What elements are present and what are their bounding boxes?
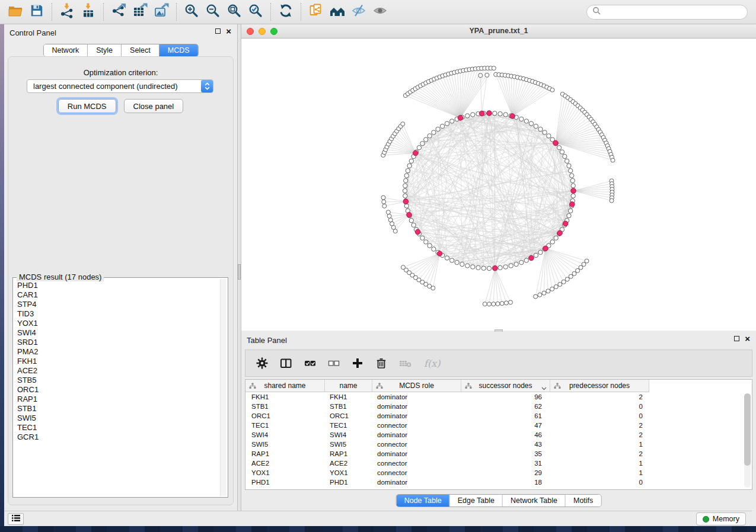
- tab-motifs[interactable]: Motifs: [566, 495, 601, 507]
- function-builder-icon-disabled: f(x): [424, 358, 440, 369]
- tab-style[interactable]: Style: [88, 44, 122, 56]
- tab-network[interactable]: Network: [43, 44, 88, 56]
- table-cell: ORC1: [245, 411, 325, 421]
- search-input[interactable]: [604, 6, 747, 18]
- import-network-icon: [59, 3, 75, 21]
- search-icon: [592, 7, 601, 17]
- mcds-result-item[interactable]: RAP1: [14, 395, 219, 404]
- float-panel-icon[interactable]: [734, 336, 739, 341]
- search-field[interactable]: [586, 5, 748, 20]
- mcds-result-item[interactable]: STP4: [14, 300, 219, 309]
- run-mcds-button[interactable]: Run MCDS: [58, 99, 116, 113]
- table-cell: connector: [372, 468, 461, 477]
- show-all-button[interactable]: [369, 2, 391, 22]
- mcds-result-item[interactable]: PHD1: [14, 281, 219, 290]
- table-cell: 62: [461, 402, 550, 411]
- mcds-result-item[interactable]: GCR1: [14, 432, 219, 442]
- mcds-result-item[interactable]: TEC1: [14, 423, 219, 432]
- table-cell: TEC1: [245, 421, 325, 430]
- column-header-name[interactable]: name: [325, 380, 372, 392]
- network-window-title: YPA_prune.txt_1: [241, 27, 756, 35]
- close-panel-icon[interactable]: ×: [745, 336, 750, 341]
- import-network-button[interactable]: [56, 2, 78, 22]
- table-row[interactable]: FKH1FKH1dominator962: [245, 392, 752, 402]
- vertical-splitter[interactable]: [237, 24, 241, 511]
- zoom-selected-button[interactable]: [245, 2, 266, 22]
- tab-mcds[interactable]: MCDS: [160, 44, 198, 56]
- mcds-result-item[interactable]: TID3: [14, 309, 219, 319]
- mcds-result-item[interactable]: YOX1: [14, 319, 219, 328]
- toolbar-separator: [52, 3, 52, 21]
- mcds-result-item[interactable]: CAR1: [14, 290, 219, 300]
- column-header-predecessor-nodes[interactable]: predecessor nodes: [550, 380, 649, 392]
- duplicate-network-button[interactable]: [305, 2, 327, 22]
- table-settings-gear-icon[interactable]: [256, 357, 268, 369]
- table-row[interactable]: YOX1YOX1connector291: [245, 468, 752, 477]
- export-image-icon: [154, 3, 169, 21]
- table-cell: 43: [461, 440, 550, 449]
- network-canvas[interactable]: [241, 39, 756, 331]
- memory-button[interactable]: Memory: [696, 512, 746, 525]
- zoom-fit-button[interactable]: [224, 2, 245, 22]
- export-image-button[interactable]: [151, 2, 172, 22]
- create-column-plus-icon[interactable]: [352, 357, 363, 369]
- zoom-selected-icon: [248, 3, 263, 21]
- table-cell: STB1: [325, 402, 372, 411]
- mcds-result-item[interactable]: STB1: [14, 404, 219, 414]
- column-header-shared-name[interactable]: shared name: [245, 380, 325, 392]
- refresh-view-button[interactable]: [275, 2, 296, 22]
- sitemap-icon: [465, 383, 472, 391]
- column-header-successor-nodes[interactable]: successor nodes: [461, 380, 550, 392]
- mcds-result-item[interactable]: ORC1: [14, 385, 219, 395]
- mcds-result-item[interactable]: SWI4: [14, 328, 219, 338]
- deselect-all-rows-icon[interactable]: [328, 357, 340, 369]
- delete-row-trash-icon[interactable]: [375, 357, 387, 369]
- mcds-result-item[interactable]: FKH1: [14, 357, 219, 366]
- zoom-in-button[interactable]: [181, 2, 202, 22]
- table-row[interactable]: SWI5SWI5connector431: [245, 440, 752, 449]
- table-cell: 18: [461, 477, 550, 487]
- column-header-mcds-role[interactable]: MCDS role: [372, 380, 461, 392]
- table-row[interactable]: PHD1PHD1dominator180: [245, 477, 752, 487]
- network-window-titlebar[interactable]: YPA_prune.txt_1: [241, 24, 756, 39]
- save-session-button[interactable]: [26, 2, 47, 22]
- float-panel-icon[interactable]: [215, 28, 221, 34]
- zoom-out-button[interactable]: [202, 2, 224, 22]
- tab-node-table[interactable]: Node Table: [397, 495, 450, 507]
- mcds-result-item[interactable]: STB5: [14, 376, 219, 385]
- table-row[interactable]: TEC1TEC1connector472: [245, 421, 752, 430]
- import-table-button[interactable]: [78, 2, 99, 22]
- table-row[interactable]: ACE2ACE2connector311: [245, 459, 752, 468]
- tab-network-table[interactable]: Network Table: [503, 495, 566, 507]
- tab-edge-table[interactable]: Edge Table: [450, 495, 503, 507]
- table-row[interactable]: SWI4SWI4dominator462: [245, 430, 752, 440]
- table-panel-tabs: Node TableEdge TableNetwork TableMotifs: [396, 494, 602, 507]
- mcds-result-item[interactable]: SWI5: [14, 414, 219, 423]
- mcds-list-scrollbar[interactable]: [220, 279, 227, 496]
- table-scrollbar-thumb[interactable]: [744, 393, 751, 466]
- mcds-result-item[interactable]: SRD1: [14, 338, 219, 347]
- export-network-button[interactable]: [108, 2, 129, 22]
- task-history-button[interactable]: [8, 513, 24, 525]
- hide-selected-button[interactable]: [348, 2, 369, 22]
- table-cell: RAP1: [245, 449, 325, 459]
- first-neighbors-button[interactable]: [327, 2, 348, 22]
- mcds-result-item[interactable]: PMA2: [14, 347, 219, 357]
- select-all-rows-icon[interactable]: [304, 357, 316, 369]
- table-row[interactable]: STB1STB1dominator620: [245, 402, 752, 411]
- export-table-button[interactable]: [129, 2, 151, 22]
- open-session-button[interactable]: [5, 2, 26, 22]
- splitter-handle[interactable]: [238, 264, 241, 280]
- open-folder-icon: [8, 3, 23, 21]
- mcds-result-item[interactable]: ACE2: [14, 366, 219, 376]
- tab-select[interactable]: Select: [122, 44, 160, 56]
- close-panel-button[interactable]: Close panel: [124, 99, 184, 113]
- close-panel-icon[interactable]: ×: [226, 28, 231, 34]
- network-graph[interactable]: [241, 39, 756, 331]
- show-column-panel-icon[interactable]: [280, 357, 292, 369]
- node-table: shared namenameMCDS rolesuccessor nodesp…: [245, 379, 752, 490]
- table-row[interactable]: ORC1ORC1dominator610: [245, 411, 752, 421]
- optimization-criterion-select[interactable]: largest connected component (undirected): [27, 79, 213, 93]
- table-scrollbar[interactable]: [744, 393, 751, 488]
- table-row[interactable]: RAP1RAP1dominator352: [245, 449, 752, 459]
